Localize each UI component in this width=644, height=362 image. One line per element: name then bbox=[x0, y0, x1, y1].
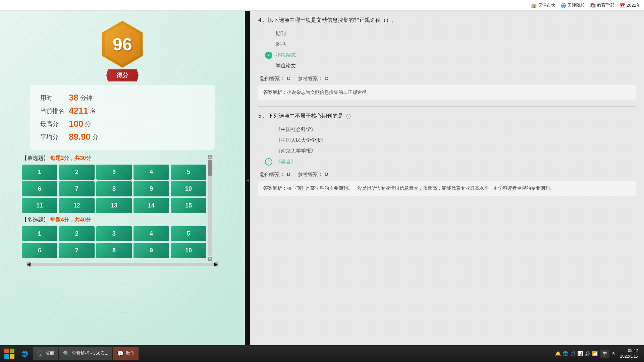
year-label: 2022年 bbox=[627, 2, 641, 8]
q4-option-a[interactable]: 期刊 bbox=[265, 28, 636, 39]
stat-value-avg: 89.90 bbox=[69, 132, 91, 142]
q-multi-7[interactable]: 7 bbox=[59, 243, 95, 258]
q5-option-a[interactable]: 《中国社会科学》 bbox=[265, 124, 636, 135]
black-strip: ◄ bbox=[245, 11, 250, 345]
q-multi-5[interactable]: 5 bbox=[171, 226, 206, 241]
nav-college[interactable]: 🌐 天津院校 bbox=[560, 2, 585, 8]
start-sq-1 bbox=[4, 349, 9, 353]
start-button[interactable] bbox=[2, 346, 17, 361]
q-multi-4[interactable]: 4 bbox=[133, 226, 169, 241]
multi-choice-grid: 1 2 3 4 5 6 7 8 9 10 bbox=[22, 226, 206, 258]
q-single-5[interactable]: 5 bbox=[171, 165, 206, 180]
h-scroll-track bbox=[31, 263, 214, 266]
q-single-1[interactable]: 1 bbox=[22, 165, 57, 180]
right-panel: 4 、以下选项中哪一项是文献信息搜集的非正规途径（）。 期刊 图书 ✓ 小说杂志 bbox=[250, 11, 644, 345]
university-label: 天津市大 bbox=[538, 2, 555, 8]
q4-option-b[interactable]: 图书 bbox=[265, 39, 636, 50]
stat-unit-avg: 分 bbox=[92, 133, 98, 141]
q-single-13[interactable]: 13 bbox=[96, 198, 132, 213]
college-icon: 🌐 bbox=[560, 3, 566, 8]
tray-globe-icon[interactable]: 🌐 bbox=[562, 351, 568, 356]
q-single-3[interactable]: 3 bbox=[96, 165, 132, 180]
q5-option-b[interactable]: 《中国人民大学学报》 bbox=[265, 135, 636, 146]
stat-row-max: 最高分 100 分 bbox=[40, 119, 205, 129]
top-nav: 🏫 天津市大 🌐 天津院校 📚 教育学部 📅 2022年 bbox=[0, 0, 644, 11]
tray-extra-num: 5 bbox=[612, 351, 614, 356]
stats-section: 用时 38 分钟 当前排名 4211 名 最高分 100 分 平均分 89.90… bbox=[30, 85, 215, 150]
multi-choice-header: 【多选题】 每题4分，共40分 bbox=[22, 217, 206, 224]
taskbar-360-button[interactable]: 🔍 查看解析 - 360安... bbox=[59, 347, 112, 360]
q4-option-d[interactable]: 学位论文 bbox=[265, 61, 636, 71]
nav-year[interactable]: 📅 2022年 bbox=[620, 2, 641, 8]
start-sq-3 bbox=[4, 354, 9, 359]
tray-headphone-icon[interactable]: 🎵 bbox=[570, 351, 576, 356]
hex-inner: 96 bbox=[101, 22, 144, 66]
nav-university[interactable]: 🏫 天津市大 bbox=[531, 2, 555, 8]
taskbar-ie-button[interactable]: 🌐 bbox=[17, 347, 32, 360]
q-multi-8[interactable]: 8 bbox=[96, 243, 132, 258]
question-5-title: 5 、下列选项中不属于核心期刊的是（） bbox=[258, 112, 636, 120]
score-ribbon: 得分 bbox=[106, 69, 139, 81]
stat-value-rank: 4211 bbox=[69, 106, 88, 116]
q4-analysis-text: 答案解析：小说杂志为文献信息搜集的非正规途径 bbox=[263, 89, 367, 95]
tray-sound-icon[interactable]: 🔊 bbox=[585, 351, 590, 356]
taskbar-desktop-button[interactable]: 🖥️ 桌面 bbox=[33, 347, 58, 360]
stat-row-rank: 当前排名 4211 名 bbox=[40, 106, 205, 116]
q-single-7[interactable]: 7 bbox=[59, 181, 95, 196]
q4-option-c[interactable]: ✓ 小说杂志 bbox=[265, 50, 636, 61]
tray-bell-icon[interactable]: 🔔 bbox=[555, 351, 561, 356]
taskbar-360-label: 查看解析 - 360安... bbox=[72, 350, 108, 356]
q5-your-answer: D bbox=[287, 171, 290, 177]
scroll-down-arrow[interactable]: ▼ bbox=[208, 257, 212, 261]
q-single-9[interactable]: 9 bbox=[133, 181, 169, 196]
q4-b-spacer bbox=[265, 41, 272, 48]
tray-wifi-icon[interactable]: 📶 bbox=[592, 351, 598, 356]
q-single-10[interactable]: 10 bbox=[171, 181, 206, 196]
stat-label-max: 最高分 bbox=[40, 120, 67, 128]
clock-area: 09:42 2022/3/15 bbox=[618, 348, 641, 359]
q-single-15[interactable]: 15 bbox=[171, 198, 206, 213]
q5-ref-answer: D bbox=[325, 171, 328, 177]
q-multi-10[interactable]: 10 bbox=[171, 243, 206, 258]
start-sq-4 bbox=[10, 354, 14, 359]
q-multi-1[interactable]: 1 bbox=[22, 226, 57, 241]
horizontal-scrollbar: ◄ ► bbox=[27, 262, 218, 266]
scroll-up-arrow[interactable]: ▲ bbox=[208, 155, 212, 159]
q-multi-2[interactable]: 2 bbox=[59, 226, 95, 241]
start-sq-2 bbox=[10, 349, 14, 353]
divider-4-5 bbox=[258, 106, 636, 107]
q5-d-check-icon: ✓ bbox=[265, 158, 272, 166]
q-single-4[interactable]: 4 bbox=[133, 165, 169, 180]
department-icon: 📚 bbox=[590, 3, 596, 8]
q4-a-spacer bbox=[265, 30, 272, 38]
q-multi-9[interactable]: 9 bbox=[133, 243, 169, 258]
wechat-icon: 💬 bbox=[117, 350, 124, 357]
stat-row-time: 用时 38 分钟 bbox=[40, 93, 205, 103]
stat-value-max: 100 bbox=[69, 119, 83, 129]
nav-department[interactable]: 📚 教育学部 bbox=[590, 2, 614, 8]
scroll-right-arrow-h[interactable]: ► bbox=[214, 262, 218, 266]
scroll-thumb[interactable] bbox=[208, 160, 212, 176]
scroll-left-arrow[interactable]: ◄ bbox=[27, 262, 31, 266]
q-single-6[interactable]: 6 bbox=[22, 181, 57, 196]
taskbar: 🌐 🖥️ 桌面 🔍 查看解析 - 360安... 💬 微信 🔔 🌐 🎵 📊 🔊 … bbox=[0, 345, 644, 362]
q5-a-spacer bbox=[265, 126, 272, 133]
question-5-options: 《中国社会科学》 《中国人民大学学报》 《南京大学学报》 ✓ 《读者》 bbox=[265, 124, 636, 167]
q-single-2[interactable]: 2 bbox=[59, 165, 95, 180]
single-choice-detail: 每题2分，共30分 bbox=[50, 155, 91, 161]
q5-option-c[interactable]: 《南京大学学报》 bbox=[265, 146, 636, 157]
taskbar-wechat-button[interactable]: 💬 微信 bbox=[113, 347, 139, 360]
q-single-8[interactable]: 8 bbox=[96, 181, 132, 196]
q5-option-d[interactable]: ✓ 《读者》 bbox=[265, 157, 636, 167]
tray-monitor-icon[interactable]: 📊 bbox=[577, 351, 583, 356]
q-single-11[interactable]: 11 bbox=[22, 198, 57, 213]
q-multi-3[interactable]: 3 bbox=[96, 226, 132, 241]
score-number: 96 bbox=[113, 36, 132, 53]
q-single-12[interactable]: 12 bbox=[59, 198, 95, 213]
stat-label-avg: 平均分 bbox=[40, 133, 67, 141]
q-single-14[interactable]: 14 bbox=[133, 198, 169, 213]
question-4-title: 4 、以下选项中哪一项是文献信息搜集的非正规途径（）。 bbox=[258, 16, 636, 24]
language-button[interactable]: 中 bbox=[600, 350, 609, 358]
q-multi-6[interactable]: 6 bbox=[22, 243, 57, 258]
question-4-answer: 您的答案：C 参考答案：C bbox=[260, 75, 636, 82]
